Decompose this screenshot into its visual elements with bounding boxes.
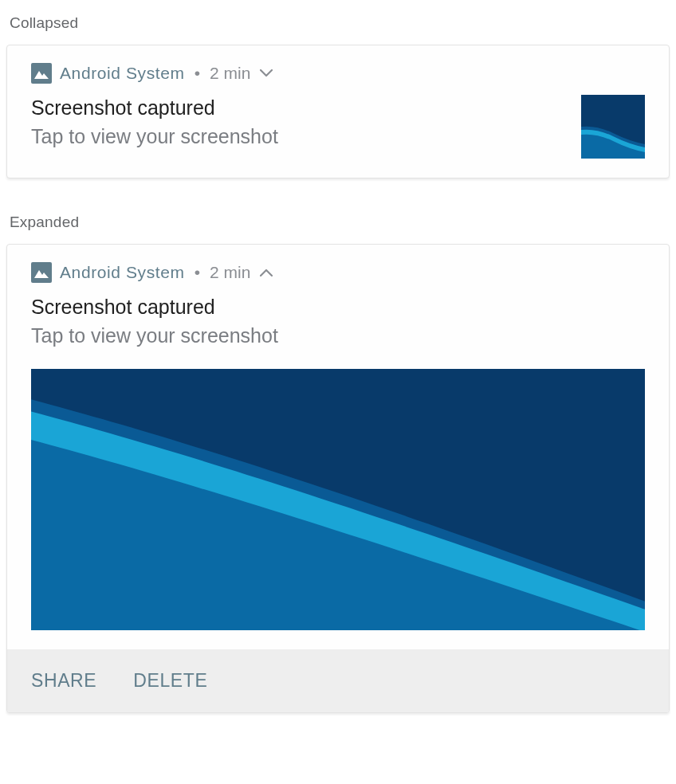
section-label-collapsed: Collapsed bbox=[10, 14, 666, 32]
action-bar: SHARE DELETE bbox=[7, 649, 669, 712]
svg-marker-0 bbox=[34, 71, 49, 79]
app-name: Android System bbox=[60, 263, 185, 282]
section-label-expanded: Expanded bbox=[10, 214, 666, 231]
notification-title: Screenshot captured bbox=[31, 294, 645, 321]
landscape-icon bbox=[31, 63, 52, 84]
app-name: Android System bbox=[60, 64, 185, 83]
timestamp: 2 min bbox=[210, 263, 250, 282]
chevron-up-icon[interactable] bbox=[260, 269, 273, 276]
timestamp: 2 min bbox=[210, 64, 250, 83]
landscape-icon bbox=[31, 262, 52, 283]
svg-marker-2 bbox=[34, 270, 49, 278]
notification-body: Tap to view your screenshot bbox=[31, 323, 645, 350]
delete-button[interactable]: DELETE bbox=[133, 670, 207, 692]
notification-header: Android System • 2 min bbox=[31, 63, 645, 84]
notification-header: Android System • 2 min bbox=[31, 262, 645, 283]
screenshot-image bbox=[31, 369, 645, 630]
separator: • bbox=[195, 64, 200, 83]
notification-title: Screenshot captured bbox=[31, 95, 568, 122]
notification-body: Tap to view your screenshot bbox=[31, 123, 568, 151]
notification-card-expanded[interactable]: Android System • 2 min Screenshot captur… bbox=[6, 244, 670, 713]
share-button[interactable]: SHARE bbox=[31, 670, 96, 692]
notification-card-collapsed[interactable]: Android System • 2 min Screenshot captur… bbox=[6, 45, 670, 178]
separator: • bbox=[195, 263, 200, 282]
screenshot-thumbnail bbox=[581, 95, 645, 159]
chevron-down-icon[interactable] bbox=[260, 69, 273, 77]
